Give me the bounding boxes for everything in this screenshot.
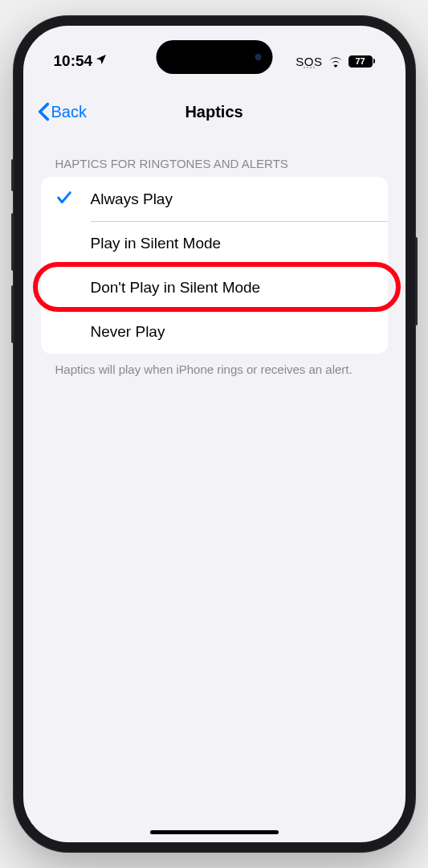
phone-frame: 10:54 SOS (14, 16, 415, 852)
option-dont-play-silent[interactable]: Don't Play in Silent Mode (41, 265, 388, 309)
volume-up-button (11, 213, 14, 271)
checkmark-icon (55, 189, 73, 210)
option-play-silent[interactable]: Play in Silent Mode (41, 221, 388, 265)
back-button[interactable]: Back (38, 102, 87, 121)
battery-percentage: 77 (355, 56, 365, 66)
option-label: Never Play (91, 323, 165, 341)
dynamic-island (156, 40, 272, 74)
home-indicator[interactable] (150, 830, 279, 835)
option-label: Always Play (91, 190, 173, 208)
option-never-play[interactable]: Never Play (41, 309, 388, 354)
sos-indicator: SOS (296, 55, 322, 68)
wifi-icon (328, 55, 344, 68)
nav-bar: Back Haptics (23, 90, 406, 133)
volume-down-button (11, 285, 14, 343)
check-slot (55, 189, 91, 210)
content: HAPTICS FOR RINGTONES AND ALERTS Always … (23, 142, 406, 378)
haptics-options-list: Always Play Play in Silent Mode Don't Pl… (41, 177, 388, 354)
status-time: 10:54 (54, 52, 93, 70)
front-camera (255, 54, 261, 60)
back-label: Back (51, 103, 87, 121)
mute-switch (11, 159, 14, 191)
status-right: SOS 77 (296, 55, 374, 68)
section-header: HAPTICS FOR RINGTONES AND ALERTS (41, 142, 388, 177)
location-icon (95, 52, 108, 70)
chevron-left-icon (38, 102, 50, 121)
status-left: 10:54 (54, 52, 108, 70)
power-button (415, 237, 418, 326)
section-footer: Haptics will play when iPhone rings or r… (41, 354, 388, 378)
option-label: Play in Silent Mode (91, 235, 222, 252)
option-always-play[interactable]: Always Play (41, 177, 388, 221)
screen: 10:54 SOS (23, 26, 406, 842)
option-label: Don't Play in Silent Mode (91, 279, 261, 297)
battery-indicator: 77 (349, 55, 375, 68)
page-title: Haptics (185, 103, 243, 121)
